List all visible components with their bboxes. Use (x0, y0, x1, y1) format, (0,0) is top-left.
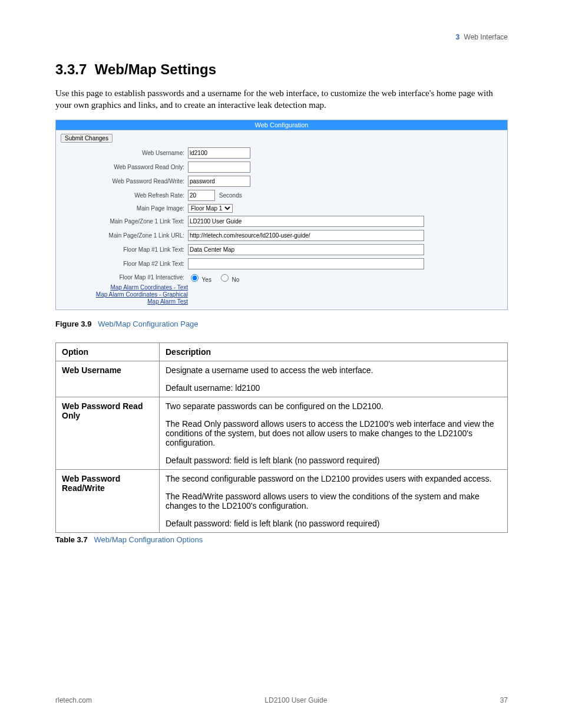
main-page-image-select[interactable]: Floor Map 1 (188, 204, 233, 213)
pw-readwrite-label: Web Password Read/Write: (61, 178, 184, 185)
table-caption: Table 3.7 Web/Map Configuration Options (55, 535, 508, 544)
chapter-title: Web Interface (464, 33, 508, 41)
option-cell: Web Password Read/Write (56, 469, 160, 532)
description-cell: Designate a username used to access the … (160, 361, 508, 397)
web-config-screenshot: Web Configuration Submit Changes Web Use… (55, 120, 508, 310)
option-cell: Web Password Read Only (56, 397, 160, 469)
col-option-header: Option (56, 342, 160, 361)
floormap1-interactive-label: Floor Map #1 Interactive: (61, 274, 184, 281)
description-cell: Two separate passwords can be configured… (160, 397, 508, 469)
web-username-input[interactable] (188, 147, 250, 159)
pw-readonly-input[interactable] (188, 162, 250, 173)
footer-center: LD2100 User Guide (265, 696, 327, 704)
floormap2-link-text-label: Floor Map #2 Link Text: (61, 261, 184, 267)
table-label: Table 3.7 (55, 535, 88, 544)
page-footer: rletech.com LD2100 User Guide 37 (55, 696, 508, 704)
table-row: Web Password Read/Write The second confi… (56, 469, 508, 532)
web-username-label: Web Username: (61, 150, 184, 156)
floormap1-interactive-yes-radio[interactable] (191, 274, 199, 282)
options-table: Option Description Web Username Designat… (55, 342, 508, 533)
option-cell: Web Username (56, 361, 160, 397)
col-description-header: Description (160, 342, 508, 361)
page-header: 3 Web Interface (55, 33, 508, 41)
table-row: Web Username Designate a username used t… (56, 361, 508, 397)
section-heading: 3.3.7 Web/Map Settings (55, 61, 508, 78)
pw-readwrite-input[interactable] (188, 176, 250, 187)
zone1-link-text-label: Main Page/Zone 1 Link Text: (61, 218, 184, 225)
figure-title: Web/Map Configuration Page (98, 319, 198, 328)
submit-changes-button[interactable]: Submit Changes (61, 134, 113, 143)
section-title: Web/Map Settings (95, 61, 216, 77)
floormap2-link-text-input[interactable] (188, 258, 424, 269)
floormap1-interactive-no-radio[interactable] (221, 274, 229, 282)
panel-title: Web Configuration (56, 120, 507, 130)
map-alarm-coords-graphical-link[interactable]: Map Alarm Coordinates - Graphical (96, 291, 188, 298)
table-row: Web Password Read Only Two separate pass… (56, 397, 508, 469)
figure-label: Figure 3.9 (55, 319, 91, 328)
figure-caption: Figure 3.9 Web/Map Configuration Page (55, 319, 508, 328)
map-alarm-coords-text-link[interactable]: Map Alarm Coordinates - Text (110, 284, 188, 291)
main-page-image-label: Main Page Image: (61, 205, 184, 212)
footer-right: 37 (500, 696, 508, 704)
footer-left: rletech.com (55, 696, 92, 704)
intro-paragraph: Use this page to establish passwords and… (55, 87, 508, 111)
zone1-link-url-input[interactable] (188, 230, 424, 241)
pw-readonly-label: Web Password Read Only: (61, 164, 184, 170)
floormap1-link-text-label: Floor Map #1 Link Text: (61, 246, 184, 253)
zone1-link-text-input[interactable] (188, 216, 424, 227)
map-alarm-test-link[interactable]: Map Alarm Test (147, 298, 188, 305)
section-number: 3.3.7 (55, 61, 87, 77)
chapter-number: 3 (455, 33, 459, 41)
floormap1-link-text-input[interactable] (188, 244, 424, 255)
description-cell: The second configurable password on the … (160, 469, 508, 532)
table-caption-title: Web/Map Configuration Options (94, 535, 203, 544)
zone1-link-url-label: Main Page/Zone 1 Link URL: (61, 232, 184, 239)
refresh-rate-label: Web Refresh Rate: (61, 192, 184, 199)
refresh-rate-input[interactable] (188, 190, 215, 201)
refresh-rate-suffix: Seconds (219, 192, 242, 199)
